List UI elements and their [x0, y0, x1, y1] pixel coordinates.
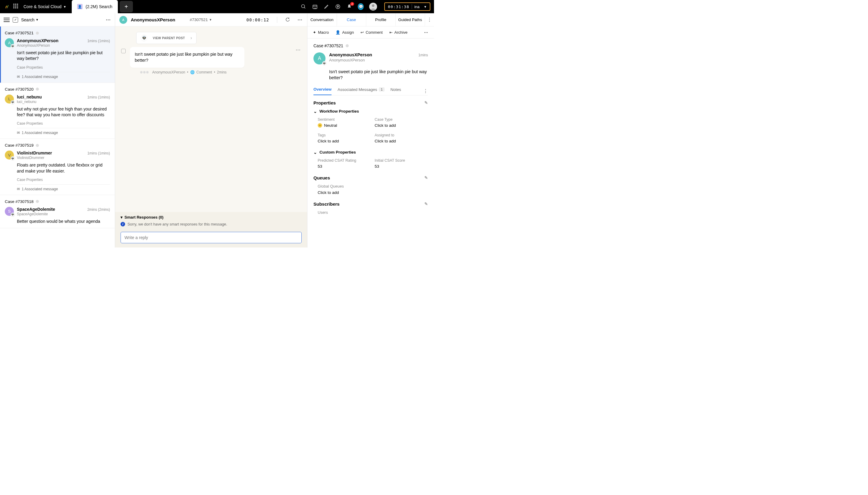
message-more-icon[interactable]: ⋯: [296, 47, 301, 53]
comment-button[interactable]: ↩Comment: [360, 30, 382, 35]
case-type-add[interactable]: Click to add: [375, 123, 428, 128]
case-actions-bar: ✦Macro 👤Assign ↩Comment ⇤Archive ⋯: [307, 27, 434, 38]
status-dot-icon: [36, 200, 39, 203]
global-queues-add[interactable]: Click to add: [318, 190, 428, 195]
reply-input[interactable]: [120, 232, 302, 243]
bell-icon[interactable]: 2: [346, 4, 352, 10]
edit-icon[interactable]: [323, 4, 329, 10]
subtab-associated[interactable]: Associated Messages1: [338, 87, 384, 95]
user-handle: ViolinistDrummer: [17, 156, 110, 160]
user-handle: AnonymousXPerson: [17, 44, 110, 48]
edit-icon[interactable]: ✎: [424, 100, 428, 105]
case-list-item[interactable]: Case #7307520 L👽 luci_nebunu1mins (1mins…: [0, 83, 115, 139]
workflow-properties-toggle[interactable]: ⌄Workflow Properties: [313, 109, 428, 114]
sentiment-value: 😐Neutral: [318, 123, 371, 128]
case-properties-link[interactable]: Case Properties: [17, 121, 110, 128]
case-properties-link[interactable]: Case Properties: [17, 65, 110, 72]
case-selector[interactable]: #7307521 ▼: [190, 17, 212, 22]
status-dot-icon: [36, 88, 39, 91]
refresh-icon[interactable]: [285, 17, 290, 22]
more-icon[interactable]: ⋯: [297, 17, 303, 22]
message-meta: AnonymousXPerson • 🌐 Comment • 2mins: [140, 70, 257, 74]
associated-messages[interactable]: ✉1 Associated message: [17, 131, 110, 135]
case-preview: but why not give your fee high than your…: [17, 106, 110, 118]
subscribers-users-label: Users: [318, 210, 428, 215]
subtabs-more-icon[interactable]: ⋮: [423, 88, 428, 94]
case-list-panel: ✓ Search ▼ ⋯ Case #7307521 A👽 AnonymousX…: [0, 13, 115, 248]
assigned-to-add[interactable]: Click to add: [375, 139, 428, 143]
tabs-more-icon[interactable]: ⋮: [425, 13, 434, 26]
subtab-overview[interactable]: Overview: [313, 87, 331, 95]
wand-icon: ✦: [313, 30, 316, 35]
search-icon[interactable]: [300, 4, 307, 10]
details-tabs: Conversation Case Profile Guided Paths ⋮: [307, 13, 434, 27]
search-dropdown[interactable]: Search ▼: [21, 17, 38, 22]
session-timer[interactable]: 00:31:38 ina ▼: [384, 2, 430, 11]
case-number: Case #7307521: [313, 44, 428, 48]
calendar-icon[interactable]: 28: [312, 4, 318, 10]
tab-search[interactable]: 👤 (2.2M) Search: [72, 0, 118, 13]
menu-icon[interactable]: [4, 18, 10, 22]
case-time: 2mins (2mins): [87, 207, 110, 212]
chevron-down-icon: ▼: [63, 5, 66, 8]
tab-conversation[interactable]: Conversation: [307, 13, 337, 26]
queues-header: Queues✎: [313, 175, 428, 181]
status-dot-icon: [36, 144, 39, 147]
help-icon[interactable]: ?: [335, 4, 341, 10]
edit-icon[interactable]: ✎: [424, 175, 428, 180]
timer-value: 00:31:38: [388, 4, 409, 9]
reply-icon: ↩: [360, 30, 364, 35]
smart-responses-toggle[interactable]: ▾ Smart Responses (0): [120, 215, 302, 220]
custom-properties-toggle[interactable]: ⌄Custom Properties: [313, 150, 428, 155]
tab-label: Search: [99, 4, 112, 9]
person-icon: 👤: [77, 4, 83, 9]
user-avatar-icon: A👽: [5, 38, 14, 47]
workspace-selector[interactable]: Core & Social Cloud ▼: [23, 4, 66, 9]
view-parent-post-button[interactable]: 👽 VIEW PARENT POST ›: [136, 32, 197, 44]
case-list-item[interactable]: Case #7307518 S👽 SpaceAgeDolemite2mins (…: [0, 195, 115, 228]
tab-guided-paths[interactable]: Guided Paths: [396, 13, 425, 26]
case-list-item[interactable]: Case #7307521 A👽 AnonymousXPerson1mins (…: [0, 27, 115, 83]
user-avatar-icon: S👽: [5, 207, 14, 216]
select-all-checkbox[interactable]: ✓: [13, 17, 18, 22]
actions-more-icon[interactable]: ⋯: [424, 30, 429, 35]
user-avatar-icon: L👽: [5, 95, 14, 104]
archive-icon: ⇤: [389, 30, 393, 35]
tab-case[interactable]: Case: [337, 13, 366, 26]
user-avatar-icon[interactable]: [369, 3, 377, 11]
case-time: 1mins (1mins): [87, 39, 110, 43]
tab-count: (2.2M): [86, 4, 98, 9]
user-avatar-icon: A: [119, 16, 127, 24]
parent-post-label: VIEW PARENT POST: [151, 36, 187, 40]
top-bar: Core & Social Cloud ▼ 👤 (2.2M) Search + …: [0, 0, 434, 13]
subtab-notes[interactable]: Notes: [391, 87, 401, 95]
predicted-csat: 53: [318, 164, 371, 169]
neutral-face-icon: 😐: [318, 123, 322, 128]
caret-down-icon: ▾: [120, 215, 123, 220]
assign-button[interactable]: 👤Assign: [335, 30, 354, 35]
case-properties-link[interactable]: Case Properties: [17, 178, 110, 185]
more-icon[interactable]: ⋯: [106, 17, 111, 22]
app-logo-icon: [4, 3, 10, 10]
reddit-icon: 👽: [141, 35, 147, 41]
svg-text:?: ?: [337, 5, 339, 8]
conversation-panel: A AnonymousXPerson #7307521 ▼ 00:00:12 ⋯…: [115, 13, 307, 248]
reddit-icon: 👽: [11, 212, 15, 217]
associated-messages[interactable]: ✉1 Associated message: [17, 75, 110, 79]
tab-profile[interactable]: Profile: [366, 13, 396, 26]
case-list-item[interactable]: Case #7307519 V👽 ViolinistDrummer1mins (…: [0, 139, 115, 195]
add-tab-button[interactable]: +: [120, 1, 133, 12]
macro-button[interactable]: ✦Macro: [313, 30, 329, 35]
apps-grid-icon[interactable]: [13, 4, 19, 10]
message-checkbox[interactable]: [121, 49, 126, 53]
user-handle: SpaceAgeDolemite: [17, 212, 110, 216]
subscribers-header: Subscribers✎: [313, 201, 428, 207]
details-panel: Conversation Case Profile Guided Paths ⋮…: [307, 13, 434, 248]
reddit-icon: 👽: [11, 44, 15, 48]
archive-button[interactable]: ⇤Archive: [389, 30, 408, 35]
chat-icon[interactable]: 💬: [358, 4, 364, 10]
edit-icon[interactable]: ✎: [424, 201, 428, 206]
associated-messages[interactable]: ✉1 Associated message: [17, 187, 110, 191]
tags-add[interactable]: Click to add: [318, 139, 371, 143]
user-name: AnonymousXPerson: [17, 38, 59, 43]
